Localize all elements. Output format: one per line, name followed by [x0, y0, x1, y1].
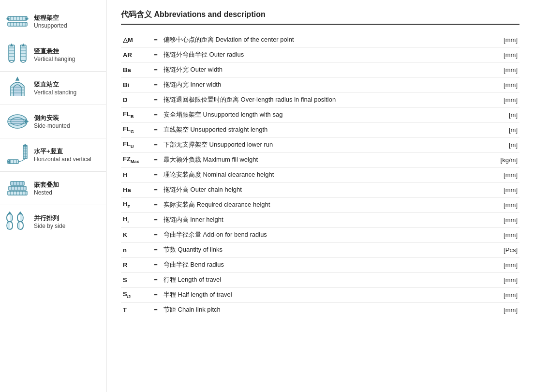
svg-marker-14 [7, 18, 9, 20]
description-cell: 节距 Chain link pitch [162, 302, 486, 317]
equals-cell: = [150, 302, 162, 317]
sidebar-item-side-mounted-text: 侧向安装 Side-mounted [34, 114, 70, 129]
description-cell: 弯曲半径 Bend radius [162, 257, 486, 272]
sidebar-item-side-mounted[interactable]: 侧向安装 Side-mounted [0, 105, 106, 138]
equals-cell: = [150, 287, 162, 302]
unit-cell: [Pcs] [486, 242, 519, 257]
description-cell: 直线架空 Unsupported straight length [162, 122, 486, 137]
sidebar-item-vertical-hanging-english: Vertical hanging [34, 56, 75, 62]
equals-cell: = [150, 32, 162, 47]
description-cell: 拖链外高 Outer chain height [162, 182, 486, 197]
abbreviations-table: △M=偏移中心点的距离 Deviation of the center poin… [121, 32, 519, 317]
table-row: D=拖链退回极限位置时的距离 Over-length radius in fin… [121, 92, 519, 107]
symbol-cell: AR [121, 47, 150, 62]
unit-cell: [mm] [486, 272, 519, 287]
svg-marker-27 [22, 44, 24, 46]
equals-cell: = [150, 257, 162, 272]
sidebar-item-vertical-hanging-text: 竖直悬挂 Vertical hanging [34, 47, 75, 62]
sidebar-item-horizontal-vertical[interactable]: 水平+竖直 Horizontal and vertical [0, 138, 106, 172]
table-row: FZMax=最大额外负载 Maximum fill weight[kg/m] [121, 152, 519, 167]
sidebar-item-unsupported[interactable]: 短程架空 Unsupported [0, 5, 106, 38]
table-row: S=行程 Length of travel[mm] [121, 272, 519, 287]
unit-cell: [mm] [486, 257, 519, 272]
sidebar-item-side-by-side[interactable]: 并行排列 Side by side [0, 205, 106, 238]
sidebar-item-vertical-standing-english: Vertical standing [34, 89, 76, 96]
equals-cell: = [150, 167, 162, 182]
equals-cell: = [150, 92, 162, 107]
equals-cell: = [150, 62, 162, 77]
svg-marker-67 [8, 212, 11, 214]
symbol-cell: FZMax [121, 152, 150, 167]
side-by-side-icon [6, 210, 29, 233]
unit-cell: [mm] [486, 227, 519, 242]
sidebar-item-horizontal-vertical-chinese: 水平+竖直 [34, 147, 91, 156]
side-mounted-icon [6, 110, 29, 133]
description-cell: 节数 Quantity of links [162, 242, 486, 257]
sidebar-item-horizontal-vertical-english: Horizontal and vertical [34, 156, 91, 163]
sidebar-item-vertical-hanging[interactable]: 竖直悬挂 Vertical hanging [0, 38, 106, 72]
table-row: K=弯曲半径余量 Add-on for bend radius[mm] [121, 227, 519, 242]
equals-cell: = [150, 152, 162, 167]
description-cell: 安全塌腰架空 Unsupported length with sag [162, 107, 486, 122]
description-cell: 拖链内高 inner height [162, 212, 486, 227]
table-row: HF=实际安装高 Required clearance height[mm] [121, 197, 519, 212]
symbol-cell: Bi [121, 77, 150, 92]
sidebar-item-side-by-side-english: Side by side [34, 223, 65, 229]
table-row: FLU=下部无支撑架空 Unsupported lower run[m] [121, 137, 519, 152]
table-row: S/2=半程 Half length of travel[mm] [121, 287, 519, 302]
symbol-cell: S/2 [121, 287, 150, 302]
unit-cell: [kg/m] [486, 152, 519, 167]
unsupported-icon [6, 10, 29, 33]
description-cell: 半程 Half length of travel [162, 287, 486, 302]
sidebar-item-side-mounted-english: Side-mounted [34, 122, 70, 129]
unit-cell: [mm] [486, 197, 519, 212]
symbol-cell: FLB [121, 107, 150, 122]
table-row: Ba=拖链外宽 Outer width[mm] [121, 62, 519, 77]
symbol-cell: HF [121, 197, 150, 212]
svg-rect-21 [20, 45, 26, 60]
section-title: 代码含义 Abbreviations and description [121, 10, 519, 25]
sidebar: 短程架空 Unsupported [0, 0, 106, 392]
horizontal-vertical-icon [6, 143, 29, 166]
symbol-cell: S [121, 272, 150, 287]
sidebar-item-nested-text: 嵌套叠加 Nested [34, 181, 59, 196]
unit-cell: [m] [486, 122, 519, 137]
unit-cell: [mm] [486, 62, 519, 77]
table-row: n=节数 Quantity of links[Pcs] [121, 242, 519, 257]
description-cell: 拖链外弯曲半径 Outer radius [162, 47, 486, 62]
unit-cell: [mm] [486, 77, 519, 92]
table-row: FLB=安全塌腰架空 Unsupported length with sag[m… [121, 107, 519, 122]
unit-cell: [mm] [486, 212, 519, 227]
sidebar-item-nested-english: Nested [34, 189, 59, 196]
description-cell: 行程 Length of travel [162, 272, 486, 287]
description-cell: 实际安装高 Required clearance height [162, 197, 486, 212]
symbol-cell: FLU [121, 137, 150, 152]
unit-cell: [mm] [486, 287, 519, 302]
equals-cell: = [150, 77, 162, 92]
sidebar-item-side-by-side-chinese: 并行排列 [34, 214, 65, 223]
svg-marker-68 [19, 212, 22, 214]
sidebar-item-nested[interactable]: 嵌套叠加 Nested [0, 172, 106, 205]
svg-marker-31 [16, 77, 19, 80]
table-row: Ha=拖链外高 Outer chain height[mm] [121, 182, 519, 197]
symbol-cell: Ha [121, 182, 150, 197]
symbol-cell: FLG [121, 122, 150, 137]
description-cell: 理论安装高度 Nominal clearance height [162, 167, 486, 182]
unit-cell: [mm] [486, 92, 519, 107]
sidebar-item-unsupported-english: Unsupported [34, 22, 67, 29]
sidebar-item-vertical-standing[interactable]: 竖直站立 Vertical standing [0, 72, 106, 105]
symbol-cell: T [121, 302, 150, 317]
table-row: AR=拖链外弯曲半径 Outer radius[mm] [121, 47, 519, 62]
table-row: Hi=拖链内高 inner height[mm] [121, 212, 519, 227]
unit-cell: [mm] [486, 182, 519, 197]
svg-marker-26 [11, 44, 13, 46]
equals-cell: = [150, 197, 162, 212]
sidebar-item-vertical-standing-chinese: 竖直站立 [34, 80, 76, 89]
equals-cell: = [150, 242, 162, 257]
vertical-standing-icon [6, 76, 29, 100]
description-cell: 拖链退回极限位置时的距离 Over-length radius in final… [162, 92, 486, 107]
table-row: H=理论安装高度 Nominal clearance height[mm] [121, 167, 519, 182]
equals-cell: = [150, 212, 162, 227]
equals-cell: = [150, 47, 162, 62]
description-cell: 偏移中心点的距离 Deviation of the center point [162, 32, 486, 47]
